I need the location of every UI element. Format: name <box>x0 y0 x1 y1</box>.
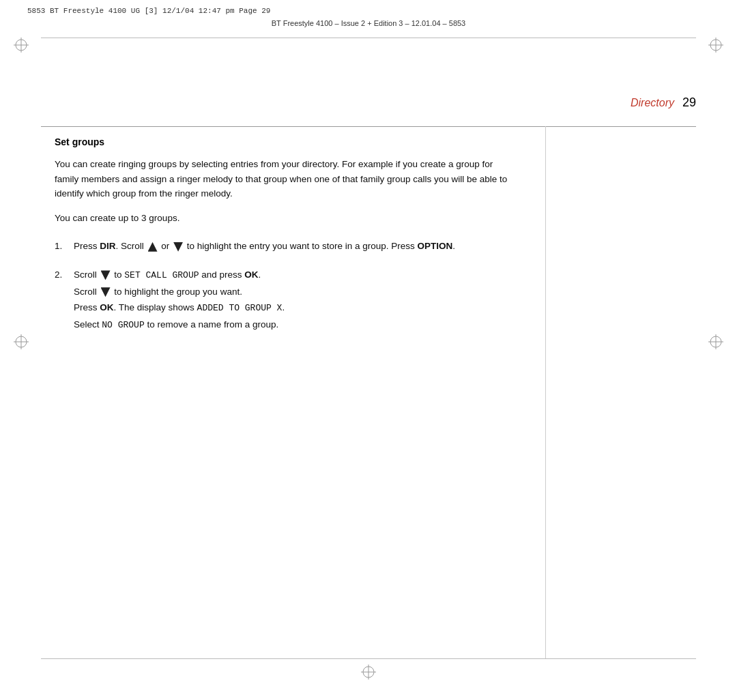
groups-limit: You can create up to 3 groups. <box>55 211 519 226</box>
page-container: 5853 BT Freestyle 4100 UG [3] 12/1/04 12… <box>0 0 737 700</box>
step-2-ok1: OK <box>244 269 258 280</box>
step-2-line2: Scroll to highlight the group you want. <box>74 285 519 300</box>
step-2-ok2: OK <box>100 302 113 312</box>
scroll-down-icon-1 <box>173 242 183 252</box>
reg-mark-top-left <box>14 38 29 53</box>
step-1-content: Press DIR. Scroll or to highlight the en… <box>74 239 519 254</box>
step-2-line4: Select NO GROUP to remove a name from a … <box>74 317 519 333</box>
step-2: 2. Scroll to SET CALL GROUP and press OK… <box>55 267 519 334</box>
section-title: Directory <box>631 97 674 109</box>
set-groups-heading: Set groups <box>55 136 519 147</box>
step-1-number: 1. <box>55 239 68 254</box>
page-header-right: Directory 29 <box>631 96 696 110</box>
header-area: 5853 BT Freestyle 4100 UG [3] 12/1/04 12… <box>27 7 710 15</box>
intro-paragraph: You can create ringing groups by selecti… <box>55 157 519 201</box>
set-call-group-text: SET CALL GROUP <box>124 270 199 280</box>
scroll-down-icon-2b <box>101 287 111 297</box>
content-area: Set groups You can create ringing groups… <box>55 136 519 645</box>
scroll-down-icon-2a <box>101 270 111 280</box>
step-2-content: Scroll to SET CALL GROUP and press OK. S… <box>74 267 519 334</box>
header-file-info: 5853 BT Freestyle 4100 UG [3] 12/1/04 12… <box>27 7 270 15</box>
step-1-dir: DIR <box>100 241 115 251</box>
step-1-option: OPTION <box>418 241 453 251</box>
reg-mark-bottom-center <box>361 665 376 680</box>
reg-mark-mid-left <box>14 334 29 349</box>
top-border <box>41 38 696 38</box>
scroll-up-icon-1 <box>148 242 158 252</box>
no-group-text: NO GROUP <box>102 320 144 330</box>
header-rule <box>41 126 696 127</box>
header-subtitle: BT Freestyle 4100 – Issue 2 + Edition 3 … <box>27 19 710 27</box>
page-number: 29 <box>682 96 696 110</box>
vertical-divider <box>545 126 546 659</box>
reg-mark-top-right <box>708 38 723 53</box>
reg-mark-mid-right <box>708 334 723 349</box>
step-2-number: 2. <box>55 267 68 282</box>
bottom-border <box>41 658 696 659</box>
step-2-line1: Scroll to SET CALL GROUP and press OK. <box>74 267 519 283</box>
step-2-line3: Press OK. The display shows ADDED TO GRO… <box>74 300 519 316</box>
steps-list: 1. Press DIR. Scroll or to highlight the… <box>55 239 519 334</box>
step-1: 1. Press DIR. Scroll or to highlight the… <box>55 239 519 254</box>
added-to-group-text: ADDED TO GROUP X <box>197 303 283 313</box>
